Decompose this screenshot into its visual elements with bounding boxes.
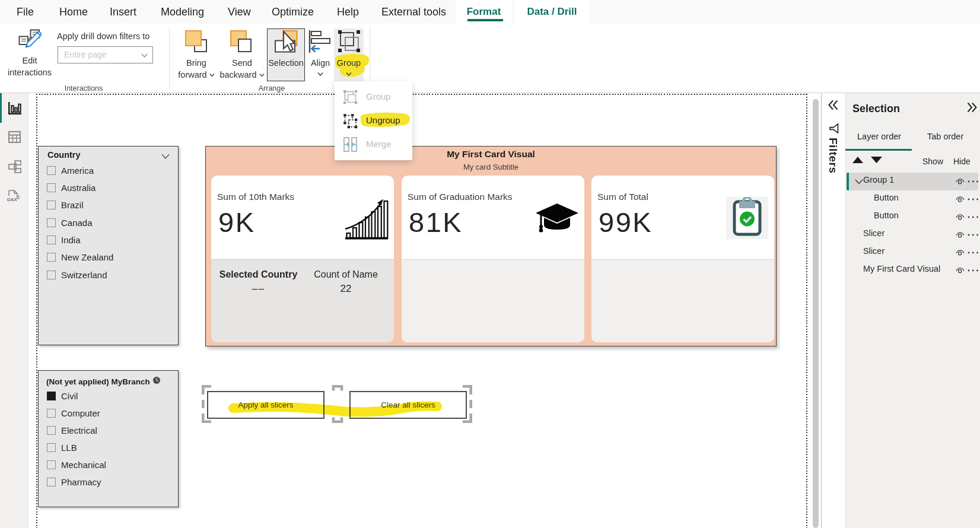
svg-text:DAX: DAX [7, 197, 18, 202]
